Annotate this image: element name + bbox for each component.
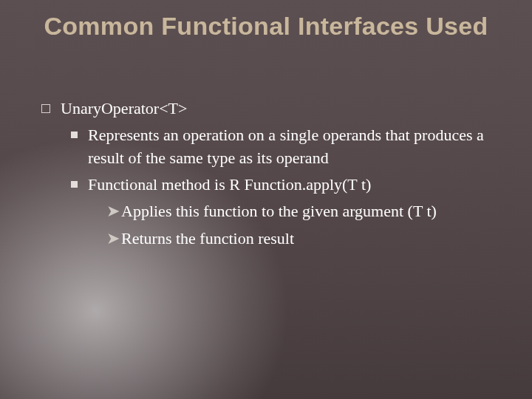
bullet-text: Functional method is R Function.apply(T … (88, 174, 502, 196)
list-item: ➤ Applies this function to the given arg… (106, 200, 502, 222)
list-item: Functional method is R Function.apply(T … (71, 174, 502, 196)
bullet-text: Represents an operation on a single oper… (88, 124, 502, 169)
bullet-text: UnaryOperator<T> (61, 98, 502, 120)
slide: Common Functional Interfaces Used UnaryO… (0, 0, 532, 399)
bullet-arrow-icon: ➤ (106, 228, 117, 250)
bullet-text: Returns the function result (121, 228, 502, 250)
bullet-square-solid-icon (71, 132, 78, 138)
list-item: ➤ Returns the function result (106, 228, 502, 250)
list-item: UnaryOperator<T> (41, 98, 502, 120)
list-item: Represents an operation on a single oper… (71, 124, 502, 169)
bullet-square-solid-icon (71, 181, 78, 188)
slide-body: UnaryOperator<T> Represents an operation… (41, 98, 502, 250)
bullet-text: Applies this function to the given argum… (121, 200, 502, 222)
bullet-arrow-icon: ➤ (106, 200, 117, 222)
bullet-square-outline-icon (41, 104, 50, 113)
slide-title: Common Functional Interfaces Used (0, 12, 532, 41)
